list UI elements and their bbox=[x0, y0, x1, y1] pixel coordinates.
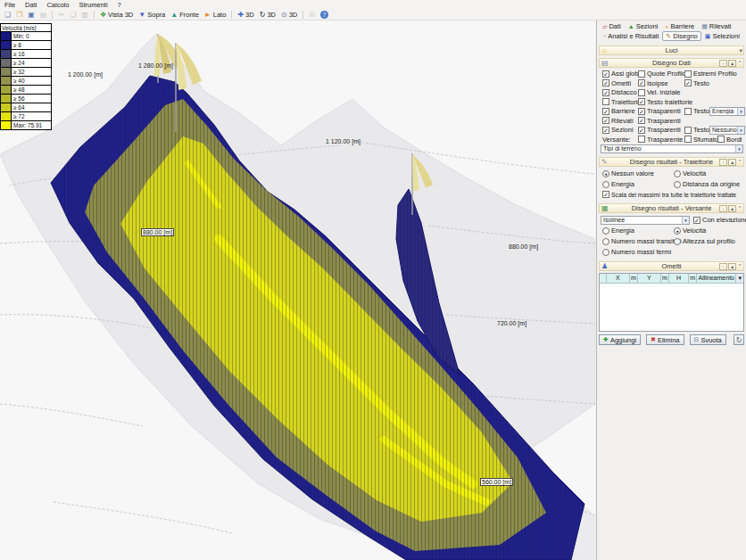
checkbox-estremi-profilo[interactable]: Estremi Profilo bbox=[684, 70, 737, 78]
paste-button[interactable]: ▥ bbox=[79, 10, 90, 20]
checkbox-versante-bordi[interactable]: Bordi bbox=[717, 136, 742, 144]
open-button[interactable]: ❐ bbox=[14, 10, 24, 20]
radio-label: Velocità bbox=[683, 169, 706, 177]
tab-sezioni[interactable]: ▲Sezioni bbox=[625, 21, 662, 31]
radio-energia-versante[interactable]: Energia bbox=[602, 226, 634, 235]
menu-dati[interactable]: Dati bbox=[25, 1, 37, 9]
elevation-label: 1 120.00 [m] bbox=[326, 138, 361, 144]
minimize-button[interactable]: - bbox=[719, 159, 727, 166]
pin-icon[interactable]: ⌃ bbox=[737, 159, 742, 166]
up-button[interactable]: ▲ bbox=[728, 159, 736, 166]
checkbox-versante-sfumato[interactable]: Sfumato bbox=[684, 136, 718, 144]
lato-button[interactable]: ►Lato bbox=[203, 10, 228, 20]
pin-icon[interactable]: ⌃ bbox=[737, 263, 742, 270]
checkbox-rilevati-trasparenti[interactable]: ✓Trasparenti bbox=[638, 117, 681, 125]
section-header-luci[interactable]: ☼ Luci ▾ bbox=[599, 45, 744, 55]
attach-button[interactable]: ✇ bbox=[307, 10, 317, 20]
up-button[interactable]: ▲ bbox=[728, 205, 736, 212]
cut-button[interactable]: ✂ bbox=[56, 10, 66, 20]
checkbox-testo[interactable]: ✓Testo bbox=[684, 79, 709, 87]
ometti-table-body[interactable] bbox=[600, 284, 743, 331]
checkbox-traiettorie[interactable]: Traiettorie bbox=[602, 98, 641, 106]
radio-nessun-valore[interactable]: ●Nessun valore bbox=[602, 169, 654, 177]
section-header-versante[interactable]: ▦ Disegno risultati - Versante - ▲ ⌃ bbox=[599, 203, 744, 213]
checkbox-barriere-trasparenti[interactable]: ✓Trasparenti bbox=[638, 107, 681, 115]
checkbox-versante-trasparente[interactable]: Trasparente bbox=[638, 136, 683, 144]
radio-numero-massi-fermi[interactable]: Numero massi fermi bbox=[602, 248, 671, 256]
vista-3d-button[interactable]: ❖Vista 3D bbox=[98, 10, 135, 20]
fronte-button[interactable]: ▲Fronte bbox=[169, 10, 201, 20]
column-allineamento[interactable]: Allineamento bbox=[697, 274, 736, 283]
checkbox-sezioni-trasparenti[interactable]: ✓Trasparenti bbox=[638, 126, 681, 134]
radio-numero-massi-transitati[interactable]: Numero massi transitati bbox=[602, 237, 682, 245]
checkbox-box: ✓ bbox=[602, 70, 609, 78]
aggiungi-button[interactable]: ✚Aggiungi bbox=[599, 334, 641, 345]
svuota-button[interactable]: ⊟Svuota bbox=[690, 334, 726, 345]
radio-circle bbox=[602, 238, 609, 245]
tab-selezioni[interactable]: ▣Selezioni bbox=[701, 31, 743, 41]
checkbox-scala-massimi[interactable]: ✓Scala dei massimi tra tutte le traietto… bbox=[602, 191, 736, 198]
ometti-table[interactable]: X m Y m H m Allineamento ▾ bbox=[599, 273, 744, 332]
minimize-button[interactable]: - bbox=[719, 263, 727, 270]
checkbox-testo-traiettorie[interactable]: ✓Testo traiettorie bbox=[638, 98, 692, 106]
checkbox-barriere[interactable]: ✓Barriere bbox=[602, 107, 635, 115]
checkbox-quote-profilo[interactable]: Quote Profilo bbox=[638, 70, 686, 78]
tab-barriere[interactable]: ◗Barriere bbox=[661, 21, 698, 31]
radio-velocita-versante[interactable]: ●Velocità bbox=[674, 226, 706, 235]
radio-velocita-traiettorie[interactable]: Velocità bbox=[674, 169, 706, 177]
minimize-button[interactable]: - bbox=[719, 205, 727, 212]
section-header-ometti[interactable]: ♟ Ometti - ▲ ⌃ bbox=[599, 261, 744, 271]
chevron-down-icon[interactable]: ▾ bbox=[736, 274, 743, 283]
checkbox-vel-iniziale[interactable]: Vel. iniziale bbox=[638, 88, 681, 96]
checkbox-con-elevazione[interactable]: ✓Con elevazione bbox=[693, 216, 746, 224]
minimize-button[interactable]: - bbox=[719, 60, 727, 67]
menu-calcolo[interactable]: Calcolo bbox=[46, 1, 69, 9]
barriere-testo-dropdown[interactable]: Energia▾ bbox=[709, 107, 745, 116]
help-button[interactable]: ? bbox=[319, 10, 330, 20]
rotate-3d-button[interactable]: ↻3D bbox=[258, 10, 278, 20]
save-button[interactable]: ▣ bbox=[26, 10, 37, 20]
pan-3d-button[interactable]: ✚3D bbox=[236, 10, 255, 20]
refresh-icon[interactable]: ↻ bbox=[734, 334, 744, 345]
legend-label: ≥ 72 bbox=[12, 112, 52, 121]
checkbox-isoipse[interactable]: ✓Isoipse bbox=[638, 79, 668, 87]
checkbox-distacco[interactable]: ✓Distacco bbox=[602, 88, 637, 96]
checkbox-rilevati[interactable]: ✓Rilevati bbox=[602, 117, 634, 125]
column-h[interactable]: H bbox=[669, 274, 690, 283]
versante-display-dropdown[interactable]: Isolinee▾ bbox=[601, 216, 690, 225]
column-x[interactable]: X bbox=[607, 274, 631, 283]
elimina-button[interactable]: ✖Elimina bbox=[646, 334, 684, 345]
column-y[interactable]: Y bbox=[638, 274, 662, 283]
terrain-type-dropdown[interactable]: Tipi di terreno▾ bbox=[601, 144, 743, 153]
checkbox-row: ✓Ometti ✓Isoipse ✓Testo bbox=[599, 79, 744, 89]
pin-icon[interactable]: ⌃ bbox=[737, 205, 742, 212]
pin-icon[interactable]: ⌃ bbox=[737, 60, 742, 67]
up-button[interactable]: ▲ bbox=[728, 60, 736, 67]
viewport-3d[interactable]: 1 200.00 [m] 1 280.00 [m] 1 120.00 [m] 8… bbox=[0, 21, 595, 560]
sezioni-testo-dropdown[interactable]: Nessuno▾ bbox=[709, 126, 745, 135]
tab-rilevati[interactable]: ▦Rilevati bbox=[698, 21, 734, 31]
collapse-icon[interactable]: ▾ bbox=[739, 47, 742, 54]
radio-energia-traiettorie[interactable]: Energia bbox=[602, 180, 634, 188]
new-file-button[interactable]: ❏ bbox=[3, 10, 12, 20]
checkbox-sezioni[interactable]: ✓Sezioni bbox=[602, 126, 634, 134]
section-header-traiettorie[interactable]: ✎ Disegno risultati - Traiettorie - ▲ ⌃ bbox=[599, 157, 744, 167]
up-button[interactable]: ▲ bbox=[728, 263, 736, 270]
copy-button[interactable]: ❏ bbox=[68, 10, 78, 20]
menu-help[interactable]: ? bbox=[118, 1, 121, 9]
print-button[interactable]: ▤ bbox=[38, 10, 49, 20]
tab-disegno[interactable]: ✎Disegno bbox=[662, 31, 700, 41]
checkbox-ometti[interactable]: ✓Ometti bbox=[602, 79, 631, 87]
menu-file[interactable]: File bbox=[4, 1, 15, 9]
checkbox-barriere-testo[interactable]: Testo bbox=[684, 107, 709, 115]
zoom-3d-button[interactable]: ⊙3D bbox=[279, 10, 299, 20]
tab-dati[interactable]: ▱Dati bbox=[599, 21, 625, 31]
radio-distanza-origine[interactable]: Distanza da origine bbox=[674, 180, 740, 188]
checkbox-sezioni-testo[interactable]: Testo bbox=[684, 126, 709, 134]
sopra-button[interactable]: ▼Sopra bbox=[137, 10, 167, 20]
menu-strumenti[interactable]: Strumenti bbox=[79, 1, 107, 9]
tab-analisi-risultati[interactable]: ◔Analisi e Risultati bbox=[599, 31, 662, 41]
section-header-disegno-dati[interactable]: ▤ Disegno Dati - ▲ ⌃ bbox=[599, 58, 744, 68]
radio-altezza-sul-profilo[interactable]: Altezza sul profilo bbox=[674, 237, 735, 245]
checkbox-label: Sfumato bbox=[693, 136, 718, 144]
